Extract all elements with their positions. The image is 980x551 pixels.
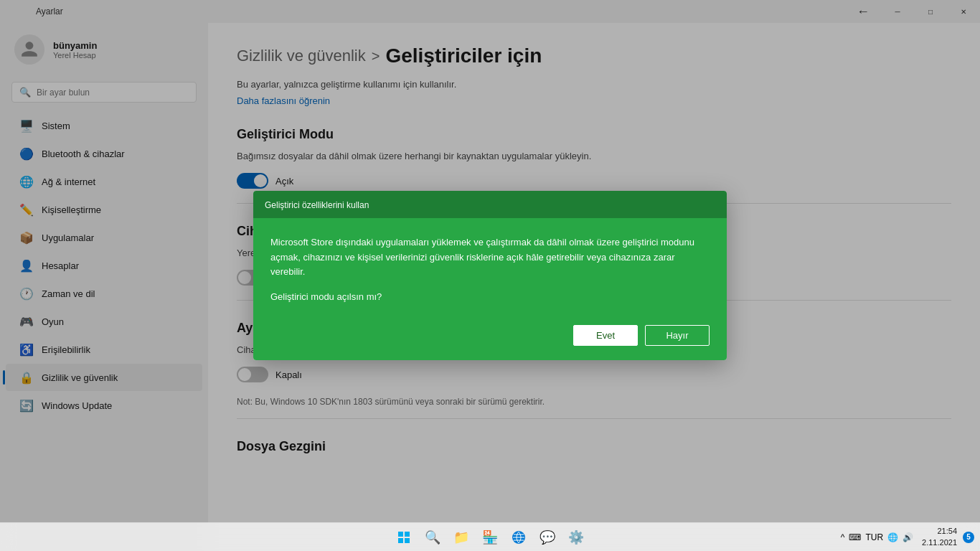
time-display: 21:54	[922, 526, 957, 537]
taskbar-search-button[interactable]: 🔍	[420, 524, 446, 550]
tray-arrow[interactable]: ^	[841, 532, 845, 542]
modal-overlay: Geliştirici özelliklerini kullan Microso…	[0, 0, 980, 551]
svg-rect-0	[398, 532, 403, 537]
modal-question: Geliştirici modu açılsın mı?	[270, 291, 710, 302]
date-display: 2.11.2021	[922, 537, 957, 548]
modal-title: Geliştirici özelliklerini kullan	[265, 200, 369, 210]
taskbar: 🔍 📁 🏪 💬 ⚙️ ^ ⌨ TUR 🌐 🔊	[0, 522, 980, 551]
svg-rect-3	[405, 538, 410, 543]
language-label[interactable]: TUR	[865, 532, 883, 542]
taskbar-settings[interactable]: ⚙️	[563, 524, 589, 550]
taskbar-center: 🔍 📁 🏪 💬 ⚙️	[391, 524, 589, 550]
modal-dialog: Geliştirici özelliklerini kullan Microso…	[253, 191, 727, 360]
sys-tray: ^ ⌨ TUR 🌐 🔊	[838, 532, 916, 542]
network-tray-icon[interactable]: 🌐	[887, 532, 898, 542]
modal-yes-button[interactable]: Evet	[573, 325, 638, 346]
modal-no-button[interactable]: Hayır	[645, 325, 710, 346]
taskbar-file-explorer[interactable]: 📁	[448, 524, 474, 550]
taskbar-store[interactable]: 🏪	[477, 524, 503, 550]
taskbar-discord[interactable]: 💬	[534, 524, 560, 550]
modal-body: Microsoft Store dışındaki uygulamaları y…	[253, 218, 727, 314]
modal-header: Geliştirici özelliklerini kullan	[253, 191, 727, 218]
keyboard-icon[interactable]: ⌨	[849, 532, 861, 542]
taskbar-clock[interactable]: 21:54 2.11.2021	[919, 526, 960, 548]
svg-rect-2	[398, 538, 403, 543]
svg-rect-1	[405, 532, 410, 537]
taskbar-browser[interactable]	[506, 524, 532, 550]
taskbar-right: ^ ⌨ TUR 🌐 🔊 21:54 2.11.2021 5	[838, 526, 974, 548]
modal-footer: Evet Hayır	[253, 314, 727, 360]
modal-message: Microsoft Store dışındaki uygulamaları y…	[270, 235, 710, 280]
notification-badge[interactable]: 5	[963, 532, 974, 543]
volume-icon[interactable]: 🔊	[903, 532, 913, 542]
start-button[interactable]	[391, 524, 417, 550]
